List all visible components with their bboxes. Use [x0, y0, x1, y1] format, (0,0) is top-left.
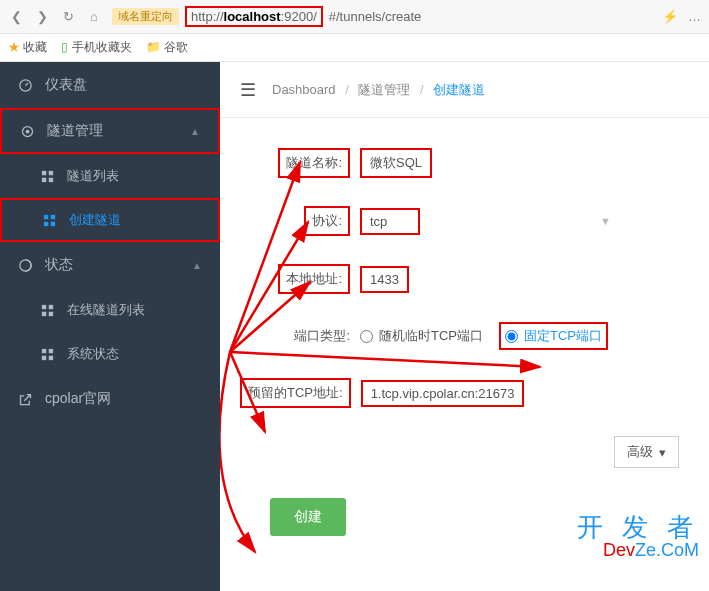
mobile-icon: ▯: [61, 40, 68, 54]
radio-fixed-input[interactable]: [505, 330, 518, 343]
sidebar-sub-system-status[interactable]: 系统状态: [0, 332, 220, 376]
row-advanced: 高级 ▾: [240, 436, 689, 468]
protocol-select[interactable]: tcp: [360, 208, 420, 235]
browser-right-icons: ⚡ …: [662, 9, 701, 24]
sidebar-sub-online-tunnels[interactable]: 在线隧道列表: [0, 288, 220, 332]
radio-random-input[interactable]: [360, 330, 373, 343]
sidebar-item-status[interactable]: 状态 ▲: [0, 242, 220, 288]
bookmark-bar: ★ 收藏 ▯ 手机收藏夹 📁 谷歌: [0, 34, 709, 62]
radio-random-port[interactable]: 随机临时TCP端口: [360, 327, 483, 345]
mobile-fav-item[interactable]: ▯ 手机收藏夹: [61, 39, 131, 56]
form-area: 隧道名称: 微软SQL 协议: tcp ▼ 本地地址: 1433 端口类型:: [220, 118, 709, 566]
topbar: ☰ Dashboard / 隧道管理 / 创建隧道: [220, 62, 709, 118]
lightning-icon[interactable]: ⚡: [662, 9, 678, 24]
local-addr-label: 本地地址:: [278, 264, 350, 294]
url-box[interactable]: 域名重定向 http://localhost:9200/ #/tunnels/c…: [112, 6, 652, 27]
sidebar-label-tunnel-mgmt: 隧道管理: [47, 122, 103, 140]
reserved-tcp-label-wrap: 预留的TCP地址:: [240, 378, 361, 408]
reserved-tcp-label: 预留的TCP地址:: [240, 378, 351, 408]
sidebar-label-online-tunnels: 在线隧道列表: [67, 301, 145, 319]
protocol-label: 协议:: [304, 206, 350, 236]
port-type-radio-group: 随机临时TCP端口 固定TCP端口: [360, 322, 608, 350]
sidebar-item-tunnel-mgmt[interactable]: 隧道管理 ▲: [0, 108, 220, 154]
svg-rect-10: [51, 221, 55, 225]
chevron-up-icon: ▲: [190, 126, 200, 137]
sidebar-item-cpolar[interactable]: cpolar官网: [0, 376, 220, 422]
reload-icon[interactable]: ↻: [60, 9, 76, 25]
domain-redirect-badge: 域名重定向: [112, 8, 179, 25]
port-type-label: 端口类型:: [240, 327, 360, 345]
radio-fixed-highlight: 固定TCP端口: [499, 322, 608, 350]
svg-rect-7: [44, 214, 48, 218]
row-local-addr: 本地地址: 1433: [240, 264, 689, 294]
svg-rect-14: [42, 311, 46, 315]
favorites-item[interactable]: ★ 收藏: [8, 39, 47, 56]
svg-rect-19: [49, 355, 53, 359]
radio-fixed-label: 固定TCP端口: [524, 327, 602, 345]
forward-icon[interactable]: ❯: [34, 9, 50, 25]
svg-rect-13: [49, 304, 53, 308]
tunnel-name-input[interactable]: 微软SQL: [360, 148, 432, 178]
row-port-type: 端口类型: 随机临时TCP端口 固定TCP端口: [240, 322, 689, 350]
google-item[interactable]: 📁 谷歌: [146, 39, 188, 56]
external-link-icon: [18, 392, 33, 407]
sidebar-label-status: 状态: [45, 256, 73, 274]
svg-rect-12: [42, 304, 46, 308]
sidebar-label-dashboard: 仪表盘: [45, 76, 87, 94]
chevron-down-icon: ▾: [659, 445, 666, 460]
chevron-down-icon[interactable]: ▼: [600, 215, 611, 227]
star-icon: ★: [8, 40, 20, 54]
url-highlight: http://localhost:9200/: [185, 6, 323, 27]
tunnel-name-label: 隧道名称:: [278, 148, 350, 178]
breadcrumb-dashboard[interactable]: Dashboard: [272, 82, 336, 97]
dashboard-icon: [18, 78, 33, 93]
home-icon[interactable]: ⌂: [86, 9, 102, 25]
hamburger-icon[interactable]: ☰: [240, 79, 256, 101]
sidebar-label-tunnel-list: 隧道列表: [67, 167, 119, 185]
more-icon[interactable]: …: [688, 9, 701, 24]
tunnel-name-label-wrap: 隧道名称:: [240, 148, 360, 178]
svg-rect-5: [42, 177, 46, 181]
svg-rect-8: [51, 214, 55, 218]
breadcrumb-sep: /: [345, 82, 349, 97]
protocol-label-wrap: 协议:: [240, 206, 360, 236]
sidebar-sub-create-tunnel[interactable]: 创建隧道: [0, 198, 220, 242]
local-addr-label-wrap: 本地地址:: [240, 264, 360, 294]
create-button[interactable]: 创建: [270, 498, 346, 536]
radio-fixed-port[interactable]: 固定TCP端口: [505, 327, 602, 345]
svg-point-2: [26, 129, 30, 133]
svg-rect-6: [49, 177, 53, 181]
grid-icon: [42, 213, 57, 228]
svg-rect-15: [49, 311, 53, 315]
reserved-tcp-input[interactable]: 1.tcp.vip.cpolar.cn:21673: [361, 380, 525, 407]
grid-icon: [40, 303, 55, 318]
sidebar-label-create-tunnel: 创建隧道: [69, 211, 121, 229]
browser-bar: ❮ ❯ ↻ ⌂ 域名重定向 http://localhost:9200/ #/t…: [0, 0, 709, 34]
sidebar-label-cpolar: cpolar官网: [45, 390, 111, 408]
svg-rect-16: [42, 348, 46, 352]
grid-icon: [40, 347, 55, 362]
advanced-button[interactable]: 高级 ▾: [614, 436, 679, 468]
svg-rect-17: [49, 348, 53, 352]
grid-icon: [40, 169, 55, 184]
breadcrumb-tunnel-mgmt[interactable]: 隧道管理: [358, 82, 410, 97]
radio-random-label: 随机临时TCP端口: [379, 327, 483, 345]
sidebar-label-system-status: 系统状态: [67, 345, 119, 363]
back-icon[interactable]: ❮: [8, 9, 24, 25]
sidebar-sub-tunnel-list[interactable]: 隧道列表: [0, 154, 220, 198]
row-reserved-tcp: 预留的TCP地址: 1.tcp.vip.cpolar.cn:21673: [240, 378, 689, 408]
row-tunnel-name: 隧道名称: 微软SQL: [240, 148, 689, 178]
url-path: #/tunnels/create: [329, 9, 422, 24]
local-addr-input[interactable]: 1433: [360, 266, 409, 293]
status-icon: [18, 258, 33, 273]
sidebar-item-dashboard[interactable]: 仪表盘: [0, 62, 220, 108]
main-content: ☰ Dashboard / 隧道管理 / 创建隧道 隧道名称: 微软SQL 协议…: [220, 62, 709, 591]
svg-rect-18: [42, 355, 46, 359]
url-text: http://localhost:9200/: [191, 9, 317, 24]
svg-rect-4: [49, 170, 53, 174]
folder-icon: 📁: [146, 40, 161, 54]
breadcrumb: Dashboard / 隧道管理 / 创建隧道: [272, 81, 485, 99]
chevron-up-icon: ▲: [192, 260, 202, 271]
breadcrumb-sep: /: [420, 82, 424, 97]
svg-rect-3: [42, 170, 46, 174]
